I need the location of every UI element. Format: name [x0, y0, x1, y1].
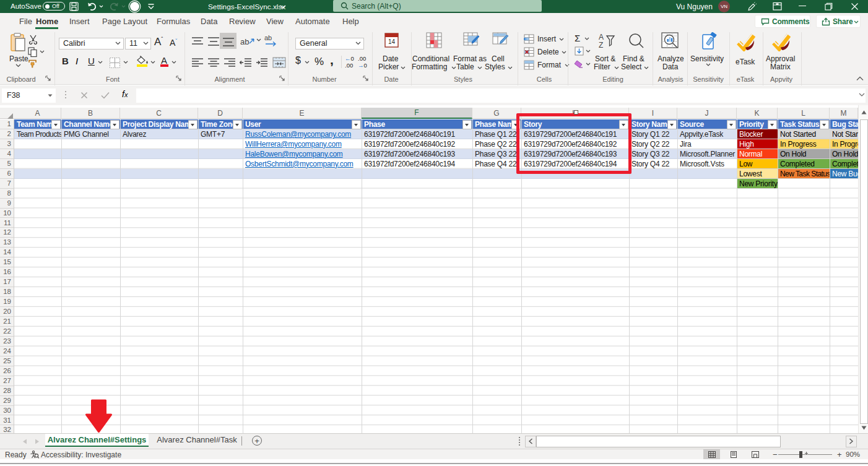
svg-text:A: A — [599, 33, 604, 41]
svg-text:Z: Z — [599, 41, 603, 50]
svg-text:14: 14 — [388, 38, 396, 45]
svg-text:ab: ab — [240, 37, 249, 46]
svg-text:ab: ab — [264, 34, 272, 41]
